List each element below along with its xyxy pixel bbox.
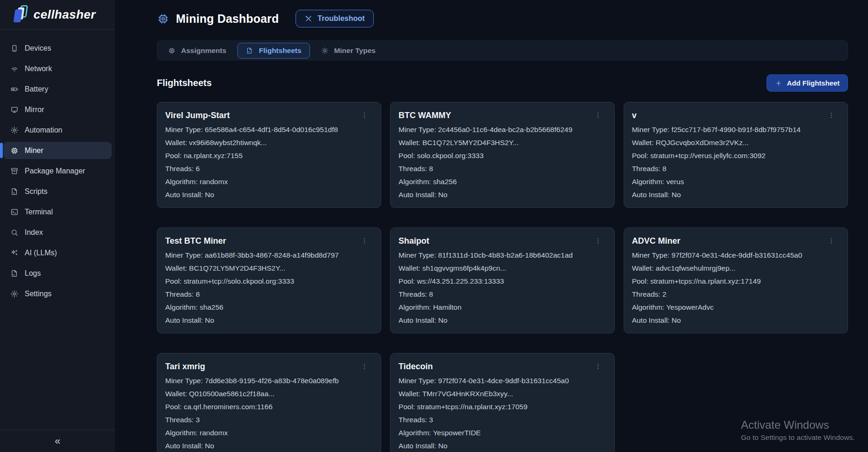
sidebar-item-label: Mirror [25, 106, 44, 114]
flightsheet-card-test-btc-miner: Test BTC MinerMiner Type: aa61b88f-3bb3-… [157, 227, 381, 333]
cpu-icon [10, 146, 19, 155]
flightsheet-card-v: vMiner Type: f25cc717-b67f-4990-b91f-8db… [624, 102, 848, 208]
kebab-menu-icon[interactable] [828, 237, 835, 245]
card-field-wallet: Wallet: TMrr7VG4HnKRXnEb3xyy... [398, 390, 606, 398]
tab-miner-types[interactable]: Miner Types [313, 43, 384, 59]
sidebar-item-ai-llms[interactable]: AI (LLMs) [3, 244, 112, 261]
card-field-miner_type: Miner Type: aa61b88f-3bb3-4867-8248-a14f… [165, 252, 373, 259]
kebab-menu-icon[interactable] [361, 363, 368, 370]
sidebar-item-package-manager[interactable]: Package Manager [3, 162, 112, 179]
sidebar-item-label: Terminal [25, 208, 53, 216]
card-field-threads: Threads: 3 [165, 416, 373, 424]
flightsheet-card-btc-wammy: BTC WAMMYMiner Type: 2c4456a0-11c6-4dea-… [390, 102, 614, 208]
battery-icon [10, 85, 19, 93]
card-field-algorithm: Algorithm: sha256 [398, 178, 606, 186]
flightsheet-grid: Virel Jump-StartMiner Type: 65e586a4-c65… [157, 102, 848, 452]
card-field-miner_type: Miner Type: 65e586a4-c654-4df1-8d54-0d01… [165, 126, 373, 133]
card-field-pool: Pool: na.rplant.xyz:7155 [165, 152, 373, 160]
card-field-auto_install: Auto Install: No [165, 191, 373, 199]
sidebar-item-network[interactable]: Network [3, 60, 112, 77]
tab-label: Miner Types [334, 47, 376, 55]
card-field-wallet: Wallet: advc1qfwsehulmrgj9ep... [632, 265, 840, 272]
sidebar-item-scripts[interactable]: Scripts [3, 183, 112, 200]
troubleshoot-label: Troubleshoot [317, 14, 364, 23]
sidebar-footer: « [0, 430, 115, 452]
card-field-wallet: Wallet: sh1qgvvgms6fp4k4p9cn... [398, 265, 606, 272]
card-field-miner_type: Miner Type: 2c4456a0-11c6-4dea-bc2a-b2b5… [398, 126, 606, 133]
section-title: Flightsheets [157, 78, 212, 88]
file-icon [10, 187, 19, 196]
flightsheet-card-virel-jump-start: Virel Jump-StartMiner Type: 65e586a4-c65… [157, 102, 381, 208]
kebab-menu-icon[interactable] [594, 237, 602, 245]
card-field-auto_install: Auto Install: No [398, 317, 606, 324]
sidebar-item-mirror[interactable]: Mirror [3, 101, 112, 118]
card-field-pool: Pool: stratum+tcps://na.rplant.xyz:17059 [398, 403, 606, 411]
tab-flightsheets[interactable]: Flightsheets [237, 43, 310, 59]
sidebar-item-settings[interactable]: Settings [3, 285, 112, 302]
card-field-algorithm: Algorithm: sha256 [165, 304, 373, 311]
section-header: Flightsheets Add Flightsheet [157, 74, 848, 92]
tab-label: Assignments [181, 47, 226, 55]
kebab-menu-icon[interactable] [361, 237, 368, 245]
logo-text: cellhasher [34, 7, 96, 22]
gear-icon [321, 47, 329, 54]
card-field-threads: Threads: 8 [398, 291, 606, 298]
card-header: v [632, 111, 840, 120]
card-field-pool: Pool: stratum+tcp://solo.ckpool.org:3333 [165, 278, 373, 285]
kebab-menu-icon[interactable] [828, 112, 835, 119]
card-header: Test BTC Miner [165, 236, 373, 246]
sidebar-item-label: Battery [25, 85, 48, 93]
sidebar-item-devices[interactable]: Devices [3, 40, 112, 57]
sidebar-item-label: Scripts [25, 187, 47, 196]
sidebar-item-index[interactable]: Index [3, 224, 112, 241]
card-header: BTC WAMMY [398, 111, 606, 120]
sidebar-nav: DevicesNetworkBatteryMirrorAutomationMin… [0, 30, 115, 430]
kebab-menu-icon[interactable] [594, 112, 602, 119]
flightsheet-card-tari-xmrig: Tari xmrigMiner Type: 7dd6e3b8-9195-4f26… [157, 353, 381, 452]
sidebar: cellhasher DevicesNetworkBatteryMirrorAu… [0, 0, 115, 452]
sidebar-item-label: Miner [25, 146, 43, 155]
card-header: ADVC Miner [632, 236, 840, 246]
tools-icon [304, 14, 313, 23]
card-title: ADVC Miner [632, 236, 680, 246]
cpu-icon [157, 13, 169, 25]
kebab-menu-icon[interactable] [594, 363, 602, 370]
sidebar-item-logs[interactable]: Logs [3, 265, 112, 282]
card-title: v [632, 111, 637, 120]
sidebar-item-automation[interactable]: Automation [3, 121, 112, 139]
card-field-threads: Threads: 8 [632, 165, 840, 173]
sidebar-collapse-button[interactable]: « [54, 436, 60, 446]
card-field-algorithm: Algorithm: randomx [165, 178, 373, 186]
kebab-menu-icon[interactable] [361, 112, 368, 119]
sidebar-item-miner[interactable]: Miner [3, 142, 112, 159]
file-icon [10, 269, 19, 278]
card-field-auto_install: Auto Install: No [632, 191, 840, 199]
card-field-wallet: Wallet: BC1Q72LY5MY2D4F3HS2Y... [165, 265, 373, 272]
card-field-miner_type: Miner Type: 7dd6e3b8-9195-4f26-a83b-478e… [165, 377, 373, 385]
card-field-threads: Threads: 8 [398, 165, 606, 173]
sidebar-item-label: Settings [25, 290, 52, 298]
troubleshoot-button[interactable]: Troubleshoot [296, 10, 373, 27]
card-field-wallet: Wallet: RQJGcvqboXdDme3r2VKz... [632, 139, 840, 146]
sidebar-item-label: AI (LLMs) [25, 249, 57, 257]
card-header: Tari xmrig [165, 362, 373, 372]
page-header: Mining Dashboard Troubleshoot [157, 8, 848, 29]
gear-icon [10, 126, 19, 134]
sidebar-item-battery[interactable]: Battery [3, 80, 112, 98]
card-field-pool: Pool: ws://43.251.225.233:13333 [398, 278, 606, 285]
card-field-miner_type: Miner Type: 97f2f074-0e31-4dce-9ddf-b316… [632, 252, 840, 259]
search-icon [10, 228, 19, 237]
add-flightsheet-button[interactable]: Add Flightsheet [767, 74, 848, 92]
card-title: Tari xmrig [165, 362, 205, 372]
card-field-auto_install: Auto Install: No [165, 317, 373, 324]
tab-assignments[interactable]: Assignments [160, 43, 235, 59]
card-field-threads: Threads: 6 [165, 165, 373, 173]
sidebar-item-label: Logs [25, 269, 41, 278]
smartphone-icon [10, 44, 19, 53]
card-title: BTC WAMMY [398, 111, 451, 120]
card-field-miner_type: Miner Type: 81f1311d-10cb-4b83-b2a6-18b6… [398, 252, 606, 259]
card-field-pool: Pool: stratum+tcps://na.rplant.xyz:17149 [632, 278, 840, 285]
sidebar-item-terminal[interactable]: Terminal [3, 203, 112, 220]
sparkles-icon [10, 249, 19, 257]
card-field-pool: Pool: stratum+tcp://verus.jellyfc.com:30… [632, 152, 840, 160]
